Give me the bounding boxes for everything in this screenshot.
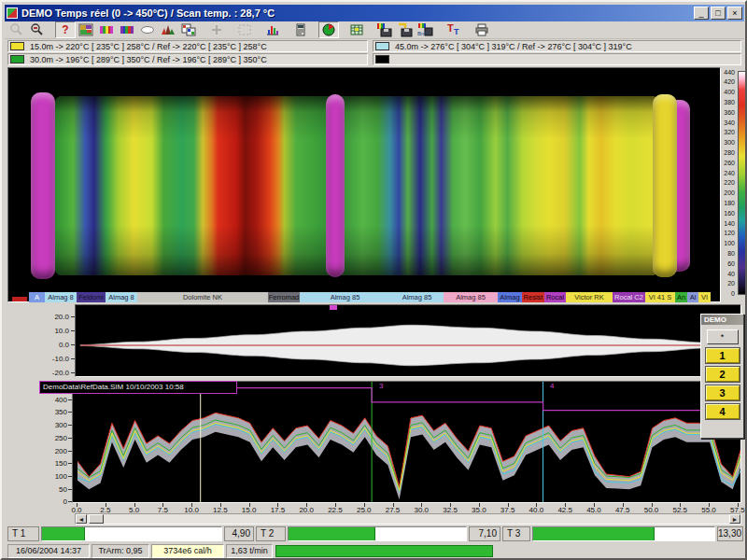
zoom-out-icon: [30, 22, 45, 37]
zone-segment: Almag 8: [106, 292, 137, 302]
zone-segment: Almag: [498, 292, 522, 302]
minimize-button[interactable]: _: [694, 7, 709, 20]
t1-label: T 1: [7, 526, 39, 541]
help-icon: ?: [62, 23, 68, 36]
roll-colored-button[interactable]: [117, 21, 137, 38]
zone-strip-marker: [12, 297, 27, 301]
profile-handle[interactable]: [330, 305, 337, 310]
palette-copy-icon: [181, 22, 196, 37]
plus-icon: [209, 22, 224, 37]
demo-panel: DEMO * 1 2 3 4: [700, 314, 744, 439]
thermal-view[interactable]: AAlmag 8FeldomiAlmag 8Dolomite NKFerroma…: [7, 67, 721, 302]
black-cursor-swatch: [375, 55, 389, 63]
roll-ring-middle: [326, 94, 345, 277]
add-button[interactable]: [206, 21, 227, 38]
t2-value: 7,10: [469, 526, 500, 541]
scroll-left-button[interactable]: ◄: [76, 514, 87, 524]
status-progress-bar: [275, 545, 493, 557]
save-curve-button[interactable]: [395, 21, 416, 38]
roll-unwrapped-button[interactable]: [96, 21, 117, 38]
reference-file-label[interactable]: DemoData\RefData.SIM 10/10/2003 10:58: [39, 381, 237, 394]
text-temperature-icon: TT: [446, 22, 461, 37]
preset-button-2[interactable]: 2: [706, 367, 740, 382]
profile-lens-chart: [76, 305, 740, 376]
star-button[interactable]: *: [707, 329, 739, 344]
color-scale-gradient: [738, 71, 746, 295]
pie-indicator-button[interactable]: [318, 21, 339, 38]
range-bar-cyan-text: 45.0m -> 276°C [ 304°C ] 319°C / Ref -> …: [395, 42, 632, 51]
app-icon: [7, 7, 18, 19]
zone-segment: A: [29, 292, 45, 302]
preset-button-3[interactable]: 3: [706, 385, 740, 400]
histogram-button[interactable]: [262, 21, 283, 38]
grid-table-button[interactable]: [346, 21, 367, 38]
selection-rect-button[interactable]: [234, 21, 255, 38]
help-button[interactable]: ?: [55, 21, 76, 38]
zone-segment: VI: [698, 292, 711, 302]
zoom-out-button[interactable]: [27, 21, 48, 38]
zone-segment: Ferromad: [268, 292, 300, 302]
trend-panel: 450400350300250200150100500 0.02.55.07.5…: [7, 379, 741, 526]
t1-value: 4,90: [224, 526, 254, 541]
profile-panel: 20.010.00.0-10.0-20.0: [7, 302, 741, 379]
save-palette-icon: [376, 22, 393, 37]
text-temperature-button[interactable]: TT: [444, 21, 464, 38]
image-view-button[interactable]: [76, 21, 96, 38]
range-bar-black[interactable]: [373, 53, 741, 65]
print-button[interactable]: [472, 21, 492, 38]
status-calories: 3734e6 cal/h: [151, 544, 224, 558]
titlebar[interactable]: DEMO Temps réel (0 -> 450°C) / Scan temp…: [5, 5, 744, 21]
lens-profile-icon: [140, 22, 155, 37]
range-bar-green-text: 30.0m -> 196°C [ 289°C ] 350°C / Ref -> …: [30, 55, 267, 64]
zone-segment: Dolomite NK: [137, 292, 268, 302]
cursor-3-label: 3: [379, 382, 383, 390]
scroll-thumb[interactable]: [89, 514, 104, 524]
t3-value: 13,30: [717, 526, 743, 541]
zone-segment: VI 41 S: [645, 292, 675, 302]
zone-segment: Almag 85: [390, 292, 444, 302]
zone-segment: Rocal C2: [613, 292, 645, 302]
zone-segment: Almag 85: [444, 292, 498, 302]
trend-chart: [73, 382, 740, 502]
save-bnp-button[interactable]: BnP: [416, 21, 436, 38]
zone-segment: Victor RK: [566, 292, 613, 302]
app-window: DEMO Temps réel (0 -> 450°C) / Scan temp…: [0, 0, 747, 560]
profile-plot[interactable]: [75, 304, 741, 377]
range-bar-yellow-text: 15.0m -> 220°C [ 235°C ] 258°C / Ref -> …: [30, 42, 267, 51]
status-rate: 1,63 t/min: [226, 544, 273, 558]
close-button[interactable]: ×: [727, 7, 742, 20]
green-cursor-swatch: [10, 55, 24, 63]
lens-profile-button[interactable]: [137, 21, 158, 38]
scroll-right-button[interactable]: ►: [729, 514, 740, 524]
save-bnp-icon: BnP: [417, 22, 434, 37]
zone-strip[interactable]: AAlmag 8FeldomiAlmag 8Dolomite NKFerroma…: [29, 292, 711, 302]
selection-rect-icon: [237, 22, 252, 37]
print-icon: [474, 22, 489, 37]
palette-copy-button[interactable]: [178, 21, 199, 38]
roll-ring-left: [31, 92, 55, 279]
preset-button-4[interactable]: 4: [706, 404, 740, 419]
demo-panel-title[interactable]: DEMO: [701, 315, 743, 325]
zone-segment: Feldomi: [77, 292, 106, 302]
range-bar-yellow[interactable]: 15.0m -> 220°C [ 235°C ] 258°C / Ref -> …: [7, 40, 368, 52]
image-view-icon: [78, 22, 93, 37]
zoom-in-button[interactable]: [7, 21, 27, 38]
save-palette-button[interactable]: [374, 21, 395, 38]
range-bar-cyan[interactable]: 45.0m -> 276°C [ 304°C ] 319°C / Ref -> …: [373, 40, 741, 52]
cursor-4-label: 4: [550, 382, 554, 390]
zoom-in-icon: [9, 22, 24, 37]
trend-scrollbar[interactable]: ◄ ►: [75, 513, 741, 525]
trend-plot[interactable]: [72, 381, 741, 503]
window-title: DEMO Temps réel (0 -> 450°C) / Scan temp…: [21, 7, 275, 19]
zone-segment: Resist: [522, 292, 544, 302]
maximize-button[interactable]: □: [711, 7, 726, 20]
zone-segment: Almag 85: [300, 292, 390, 302]
calculator-button[interactable]: [290, 21, 311, 38]
grid-table-icon: [349, 22, 364, 37]
cyan-cursor-swatch: [375, 42, 389, 50]
range-bar-green[interactable]: 30.0m -> 196°C [ 289°C ] 350°C / Ref -> …: [7, 53, 368, 65]
trend-peaks-button[interactable]: [158, 21, 178, 38]
preset-button-1[interactable]: 1: [706, 348, 740, 363]
thermal-roll-image: [55, 96, 658, 275]
t3-label: T 3: [502, 526, 530, 541]
